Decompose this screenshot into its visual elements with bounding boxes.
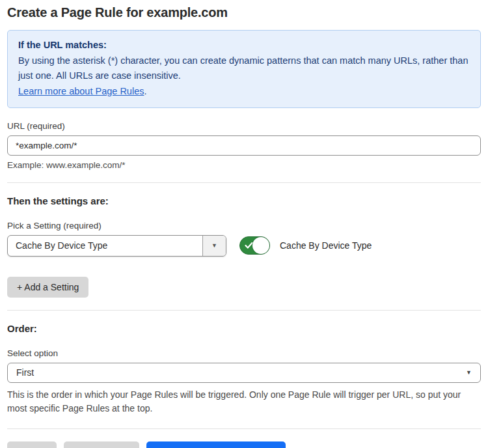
- info-box-body: By using the asterisk (*) character, you…: [18, 53, 470, 83]
- divider: [7, 428, 481, 429]
- footer-actions: Cancel Save as Draft Save and Deploy Pag…: [7, 441, 481, 448]
- divider: [7, 182, 481, 183]
- pick-setting-label: Pick a Setting (required): [7, 221, 481, 231]
- info-box-link-line: Learn more about Page Rules.: [18, 84, 470, 99]
- order-select-label: Select option: [7, 348, 481, 358]
- learn-more-link[interactable]: Learn more about Page Rules: [18, 86, 144, 96]
- save-and-deploy-button[interactable]: Save and Deploy Page Rule: [146, 441, 286, 448]
- link-suffix: .: [144, 86, 146, 96]
- chevron-down-icon: ▼: [466, 369, 472, 376]
- setting-select-value: Cache By Device Type: [8, 236, 202, 256]
- toggle-label: Cache By Device Type: [280, 240, 372, 251]
- url-example-helper: Example: www.example.com/*: [7, 160, 481, 170]
- setting-row: Cache By Device Type ▼ Cache By Device T…: [7, 235, 481, 257]
- url-field-label: URL (required): [7, 121, 481, 131]
- page-title: Create a Page Rule for example.com: [7, 5, 481, 20]
- order-select-value: First: [16, 367, 34, 378]
- chevron-down-icon[interactable]: ▼: [202, 236, 226, 256]
- order-section-heading: Order:: [7, 323, 481, 334]
- url-input[interactable]: [7, 135, 481, 156]
- divider: [7, 310, 481, 311]
- toggle-knob: [252, 237, 269, 254]
- settings-section-heading: Then the settings are:: [7, 195, 481, 206]
- url-match-info-box: If the URL matches: By using the asteris…: [7, 30, 481, 108]
- add-setting-button[interactable]: + Add a Setting: [7, 277, 88, 298]
- setting-select[interactable]: Cache By Device Type ▼: [7, 235, 226, 257]
- create-page-rule-form: Create a Page Rule for example.com If th…: [0, 0, 488, 448]
- cache-by-device-type-toggle[interactable]: [239, 236, 270, 255]
- order-select[interactable]: First ▼: [7, 363, 481, 383]
- save-as-draft-button[interactable]: Save as Draft: [64, 441, 140, 448]
- cancel-button[interactable]: Cancel: [7, 441, 57, 448]
- order-helper-text: This is the order in which your Page Rul…: [7, 388, 476, 416]
- info-box-heading: If the URL matches:: [18, 38, 470, 53]
